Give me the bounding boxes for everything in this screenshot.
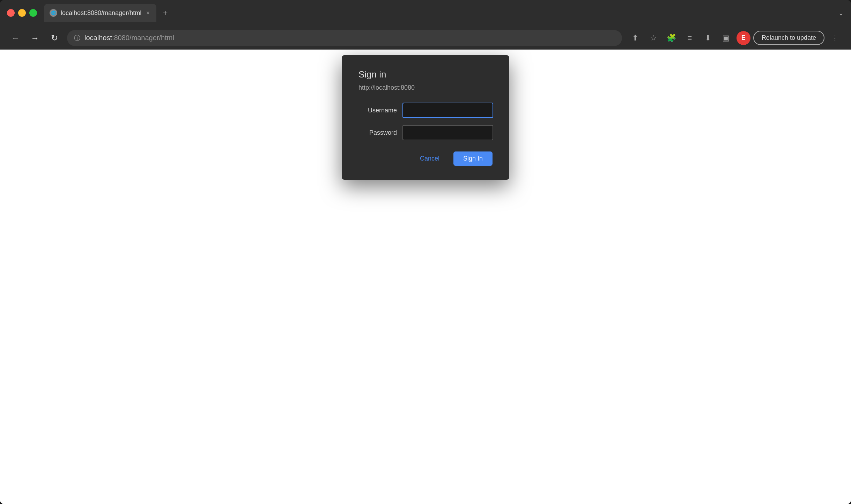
password-row: Password — [358, 125, 493, 140]
address-host: localhost — [84, 34, 112, 42]
dialog-title: Sign in — [358, 69, 493, 80]
username-input[interactable] — [402, 103, 493, 118]
security-icon: ⓘ — [74, 34, 80, 42]
tab-title: localhost:8080/manager/html — [61, 9, 141, 17]
browser-tab[interactable]: 🌐 localhost:8080/manager/html × — [44, 4, 156, 22]
username-label: Username — [358, 107, 397, 114]
share-button[interactable]: ⬆ — [628, 30, 643, 46]
password-label: Password — [358, 129, 397, 136]
address-bar[interactable]: ⓘ localhost:8080/manager/html — [67, 30, 622, 46]
sign-in-button[interactable]: Sign In — [453, 151, 493, 166]
title-bar: 🌐 localhost:8080/manager/html × + ⌄ — [0, 0, 851, 26]
back-button[interactable]: ← — [8, 31, 22, 45]
toolbar-actions: ⬆ ☆ 🧩 ≡ ⬇ ▣ E Relaunch to update ⋮ — [628, 30, 843, 46]
traffic-lights — [7, 9, 37, 17]
dialog-overlay: Sign in http://localhost:8080 Username P… — [0, 50, 851, 504]
chevron-down-icon[interactable]: ⌄ — [838, 9, 844, 17]
download-button[interactable]: ⬇ — [700, 30, 716, 46]
reading-list-button[interactable]: ≡ — [682, 30, 697, 46]
bookmark-button[interactable]: ☆ — [646, 30, 661, 46]
new-tab-button[interactable]: + — [158, 6, 172, 20]
favicon-icon: 🌐 — [51, 10, 56, 15]
split-view-button[interactable]: ▣ — [718, 30, 734, 46]
username-row: Username — [358, 103, 493, 118]
profile-button[interactable]: E — [737, 31, 750, 45]
sign-in-dialog: Sign in http://localhost:8080 Username P… — [342, 55, 509, 180]
reload-button[interactable]: ↻ — [47, 31, 61, 45]
minimize-window-button[interactable] — [18, 9, 26, 17]
cancel-button[interactable]: Cancel — [412, 151, 448, 166]
browser-content: Sign in http://localhost:8080 Username P… — [0, 50, 851, 504]
extensions-button[interactable]: 🧩 — [664, 30, 679, 46]
address-text: localhost:8080/manager/html — [84, 34, 174, 42]
toolbar: ← → ↻ ⓘ localhost:8080/manager/html ⬆ ☆ … — [0, 26, 851, 50]
relaunch-button[interactable]: Relaunch to update — [753, 31, 824, 45]
dialog-url: http://localhost:8080 — [358, 84, 493, 91]
browser-window: 🌐 localhost:8080/manager/html × + ⌄ ← → … — [0, 0, 851, 504]
address-path: :8080/manager/html — [112, 34, 174, 42]
tab-favicon: 🌐 — [50, 9, 57, 17]
more-options-button[interactable]: ⋮ — [827, 30, 843, 46]
tab-close-button[interactable]: × — [145, 9, 151, 17]
maximize-window-button[interactable] — [29, 9, 37, 17]
dialog-actions: Cancel Sign In — [358, 151, 493, 166]
close-window-button[interactable] — [7, 9, 15, 17]
tab-bar: 🌐 localhost:8080/manager/html × + — [44, 4, 437, 22]
forward-button[interactable]: → — [28, 31, 42, 45]
password-input[interactable] — [402, 125, 493, 140]
